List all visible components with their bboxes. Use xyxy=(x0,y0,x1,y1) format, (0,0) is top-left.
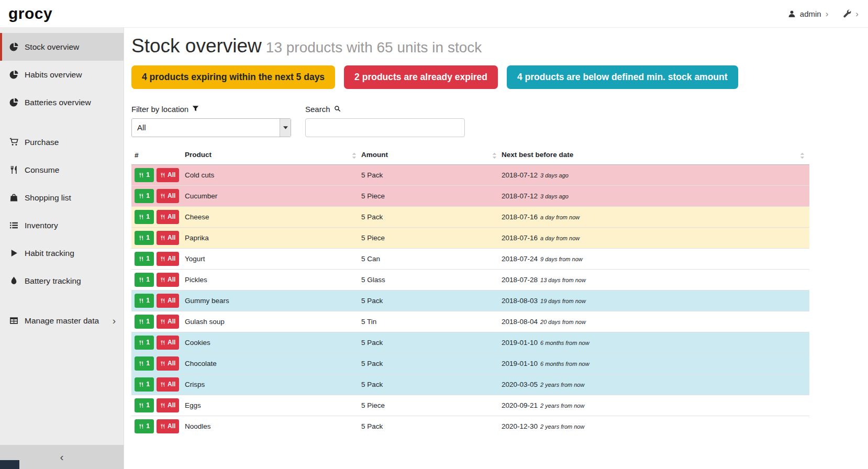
sort-icon[interactable] xyxy=(351,152,357,160)
utensils-icon xyxy=(139,298,144,304)
sidebar-nav: Stock overviewHabits overviewBatteries o… xyxy=(0,33,124,334)
consume-all-button[interactable]: All xyxy=(157,419,179,433)
sidebar-item-label: Habits overview xyxy=(25,70,82,80)
consume-all-button[interactable]: All xyxy=(157,210,179,224)
select-dropdown-arrow-icon xyxy=(280,119,291,137)
product-name: Cheese xyxy=(185,206,361,227)
consume-all-button[interactable]: All xyxy=(157,315,179,329)
consume-one-button[interactable]: 1 xyxy=(135,273,154,287)
consume-one-button[interactable]: 1 xyxy=(135,356,154,371)
sidebar-item-consume[interactable]: Consume xyxy=(0,156,124,184)
product-amount: 5 Tin xyxy=(361,311,502,332)
sidebar-item-battery-tracking[interactable]: Battery tracking xyxy=(0,267,124,295)
stock-table: # Product Amount Next best before date xyxy=(131,149,809,437)
consume-one-button[interactable]: 1 xyxy=(135,419,154,433)
user-menu[interactable]: admin › xyxy=(788,9,829,18)
sort-icon[interactable] xyxy=(492,152,497,160)
product-amount: 5 Pack xyxy=(361,374,502,395)
consume-one-button[interactable]: 1 xyxy=(135,168,154,182)
sidebar-item-batteries-overview[interactable]: Batteries overview xyxy=(0,88,124,116)
utensils-icon xyxy=(160,319,165,325)
utensils-icon xyxy=(160,172,165,178)
location-filter-select[interactable]: All xyxy=(131,118,291,137)
product-name: Eggs xyxy=(185,395,361,416)
status-badge[interactable]: 4 products expiring within the next 5 da… xyxy=(131,65,335,89)
row-actions: 1All xyxy=(131,374,185,395)
consume-all-button[interactable]: All xyxy=(157,356,179,371)
consume-one-button[interactable]: 1 xyxy=(135,294,154,308)
product-amount: 5 Pack xyxy=(361,164,502,185)
utensils-icon xyxy=(160,382,165,387)
location-filter-value: All xyxy=(137,123,146,132)
consume-one-button[interactable]: 1 xyxy=(135,252,154,266)
consume-one-button[interactable]: 1 xyxy=(135,336,154,350)
sidebar-item-manage-master-data[interactable]: Manage master data› xyxy=(0,307,124,334)
utensils-icon xyxy=(160,256,165,262)
consume-all-button[interactable]: All xyxy=(157,252,179,266)
sidebar: Stock overviewHabits overviewBatteries o… xyxy=(0,28,124,469)
consume-all-button[interactable]: All xyxy=(157,231,179,245)
user-icon xyxy=(788,10,796,18)
consume-one-button[interactable]: 1 xyxy=(135,210,154,224)
sidebar-item-purchase[interactable]: Purchase xyxy=(0,128,124,156)
sidebar-item-stock-overview[interactable]: Stock overview xyxy=(0,33,124,61)
utensils-icon xyxy=(139,423,144,429)
utensils-icon xyxy=(139,319,144,325)
row-actions: 1All xyxy=(131,353,185,374)
product-amount: 5 Pack xyxy=(361,206,502,227)
consume-one-button[interactable]: 1 xyxy=(135,189,154,203)
status-badge[interactable]: 2 products are already expired xyxy=(344,65,498,89)
consume-all-button[interactable]: All xyxy=(157,336,179,350)
consume-one-button[interactable]: 1 xyxy=(135,315,154,329)
column-header-number: # xyxy=(131,149,185,165)
sidebar-item-habits-overview[interactable]: Habits overview xyxy=(0,61,124,88)
sort-icon[interactable] xyxy=(799,152,805,160)
utensils-icon xyxy=(139,235,144,241)
status-badge[interactable]: 4 products are below defined min. stock … xyxy=(507,65,738,89)
sidebar-item-shopping-list[interactable]: Shopping list xyxy=(0,184,124,211)
sidebar-item-label: Inventory xyxy=(25,221,58,230)
product-amount: 5 Pack xyxy=(361,332,502,353)
wrench-icon xyxy=(843,9,851,18)
row-actions: 1All xyxy=(131,164,185,185)
table-row: 1AllCookies5 Pack2019-01-106 months from… xyxy=(131,332,809,353)
sidebar-item-habit-tracking[interactable]: Habit tracking xyxy=(0,239,124,267)
consume-one-button[interactable]: 1 xyxy=(135,377,154,392)
consume-one-button[interactable]: 1 xyxy=(135,231,154,245)
column-header-best-before[interactable]: Next best before date xyxy=(502,149,809,165)
chevron-right-icon: › xyxy=(826,9,829,18)
utensils-icon xyxy=(139,172,144,178)
row-actions: 1All xyxy=(131,227,185,248)
product-amount: 5 Piece xyxy=(361,395,502,416)
utensils-icon xyxy=(139,277,144,283)
consume-all-button[interactable]: All xyxy=(157,168,179,182)
product-amount: 5 Pack xyxy=(361,290,502,311)
product-name: Gulash soup xyxy=(185,311,361,332)
settings-menu[interactable]: › xyxy=(843,9,859,18)
table-row: 1AllPickles5 Glass2018-07-2813 days from… xyxy=(131,269,809,290)
consume-one-button[interactable]: 1 xyxy=(135,398,154,412)
consume-all-button[interactable]: All xyxy=(157,294,179,308)
sidebar-item-inventory[interactable]: Inventory xyxy=(0,211,124,239)
main-content: Stock overview13 products with 65 units … xyxy=(124,28,868,469)
consume-all-button[interactable]: All xyxy=(157,377,179,392)
filter-funnel-icon xyxy=(192,105,199,114)
table-row: 1AllEggs5 Piece2020-09-212 years from no… xyxy=(131,395,809,416)
consume-all-button[interactable]: All xyxy=(157,273,179,287)
consume-all-button[interactable]: All xyxy=(157,189,179,203)
shopping-bag-icon xyxy=(9,193,19,202)
best-before-date: 2019-01-106 months from now xyxy=(502,353,809,374)
column-header-amount[interactable]: Amount xyxy=(361,149,502,165)
search-input[interactable] xyxy=(305,118,465,137)
consume-all-button[interactable]: All xyxy=(157,398,179,412)
chevron-right-icon: › xyxy=(855,9,859,18)
column-header-product[interactable]: Product xyxy=(185,149,361,165)
product-name: Gummy bears xyxy=(185,290,361,311)
app-logo[interactable]: grocy xyxy=(8,5,52,23)
search-control: Search xyxy=(305,105,465,137)
cart-icon xyxy=(9,138,19,147)
product-amount: 5 Piece xyxy=(361,227,502,248)
utensils-icon xyxy=(160,277,165,283)
sidebar-item-label: Stock overview xyxy=(25,42,79,52)
best-before-date: 2020-09-212 years from now xyxy=(502,395,809,416)
